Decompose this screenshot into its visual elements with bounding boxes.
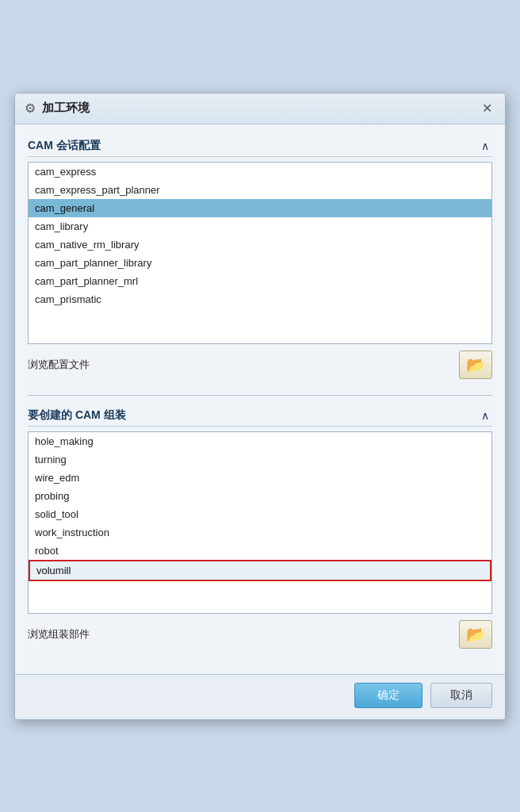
browse-config-button[interactable]: 📂	[459, 350, 492, 379]
ok-button[interactable]: 确定	[354, 683, 422, 708]
browse-assembly-button[interactable]: 📂	[459, 620, 492, 649]
section1-title: CAM 会话配置	[28, 139, 101, 153]
section2-collapse-button[interactable]: ∧	[478, 409, 492, 422]
list-item[interactable]: cam_express	[29, 163, 491, 181]
folder-icon: 📂	[466, 625, 486, 644]
list-item[interactable]: cam_part_planner_mrl	[29, 272, 491, 290]
list-item[interactable]: cam_express_part_planner	[29, 181, 491, 199]
list-item[interactable]: cam_native_rm_library	[29, 236, 491, 254]
list-item[interactable]: probing	[29, 487, 491, 505]
list-item[interactable]: cam_library	[29, 217, 491, 236]
dialog-title: 加工环境	[42, 101, 90, 116]
browse-assembly-label: 浏览组装部件	[28, 627, 90, 642]
section-cam-assembly: 要创建的 CAM 组装 ∧ hole_makingturningwire_edm…	[28, 404, 492, 655]
list-item[interactable]: robot	[29, 542, 491, 560]
list-item[interactable]: cam_part_planner_library	[29, 254, 491, 272]
section-divider	[28, 395, 492, 396]
dialog-footer: 确定 取消	[15, 674, 505, 719]
browse-config-label: 浏览配置文件	[28, 358, 90, 372]
list-item[interactable]: cam_prismatic	[29, 290, 491, 308]
browse-assembly-row: 浏览组装部件 📂	[28, 614, 492, 655]
cam-assembly-list[interactable]: hole_makingturningwire_edmprobingsolid_t…	[28, 431, 492, 614]
list-item[interactable]: turning	[29, 450, 491, 469]
section2-header: 要创建的 CAM 组装 ∧	[28, 404, 492, 427]
section1-collapse-button[interactable]: ∧	[478, 140, 492, 152]
list-item[interactable]: solid_tool	[29, 505, 491, 523]
section1-header: CAM 会话配置 ∧	[28, 134, 492, 157]
title-bar: ⚙ 加工环境 ✕	[15, 94, 505, 124]
main-dialog: ⚙ 加工环境 ✕ CAM 会话配置 ∧ cam_expresscam_expre…	[14, 93, 506, 720]
title-bar-left: ⚙ 加工环境	[25, 101, 90, 116]
cam-config-list[interactable]: cam_expresscam_express_part_plannercam_g…	[28, 162, 492, 344]
cancel-button[interactable]: 取消	[430, 683, 492, 708]
gear-icon: ⚙	[25, 101, 36, 116]
section2-title: 要创建的 CAM 组装	[28, 408, 126, 423]
list-item[interactable]: work_instruction	[29, 523, 491, 542]
browse-config-row: 浏览配置文件 📂	[28, 344, 492, 385]
list-item[interactable]: wire_edm	[29, 469, 491, 487]
list-item[interactable]: cam_general	[29, 199, 491, 217]
section-cam-config: CAM 会话配置 ∧ cam_expresscam_express_part_p…	[28, 134, 492, 385]
close-button[interactable]: ✕	[478, 100, 495, 117]
dialog-body: CAM 会话配置 ∧ cam_expresscam_express_part_p…	[15, 124, 505, 674]
list-item[interactable]: volumill	[29, 560, 491, 581]
folder-icon: 📂	[466, 355, 486, 374]
list-item[interactable]: hole_making	[29, 432, 491, 450]
